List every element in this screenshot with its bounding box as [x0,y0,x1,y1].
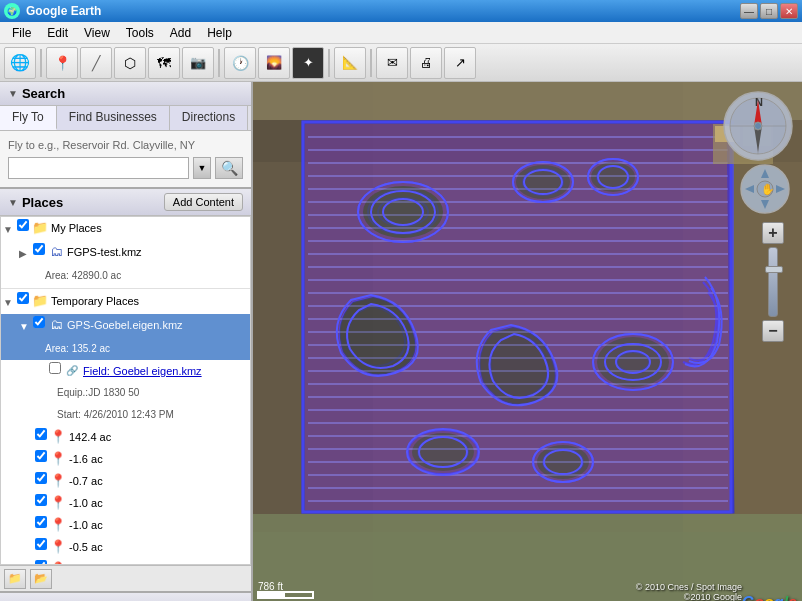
ac-m10-1-checkbox[interactable] [35,494,47,506]
map-area[interactable]: 786 ft N [253,82,802,601]
fgps-label: FGPS-test.kmz [67,243,142,261]
pin-green-icon: 📍 [49,538,67,556]
earth-view-button[interactable]: 🌐 [4,47,36,79]
tree-item-m07ac[interactable]: 📍 -0.7 ac [1,470,250,492]
places-tool-folder[interactable]: 📂 [30,569,52,589]
compass[interactable]: N [722,90,794,162]
temp-places-checkbox[interactable] [17,292,29,304]
search-icon: 🔍 [221,160,238,176]
pin-green-icon: 📍 [49,494,67,512]
field-link-checkbox[interactable] [49,362,61,374]
sky-button[interactable]: ✦ [292,47,324,79]
fly-to-dropdown-btn[interactable]: ▼ [193,157,211,179]
zoom-slider-track[interactable] [768,247,778,317]
zoom-in-button[interactable]: + [762,222,784,244]
svg-rect-106 [258,592,285,598]
layers-section[interactable]: ▶ Layers [0,591,251,601]
zoom-slider-handle[interactable] [765,266,783,273]
pin-red-icon: 📍 [49,428,67,446]
menu-file[interactable]: File [4,24,39,42]
pin-green-icon: 📍 [49,450,67,468]
maximize-button[interactable]: □ [760,3,778,19]
places-tool-new[interactable]: 📁 [4,569,26,589]
tree-item-m01ac[interactable]: 📍 -0.1 ac [1,558,250,565]
pin-green-icon: 📍 [49,472,67,490]
menu-edit[interactable]: Edit [39,24,76,42]
equip-meta: Equip.:JD 1830 50 [1,382,250,404]
ac-m07-checkbox[interactable] [35,472,47,484]
ac-m10-1-label: -1.0 ac [69,494,103,512]
menu-tools[interactable]: Tools [118,24,162,42]
add-polygon-button[interactable]: ⬡ [114,47,146,79]
tree-item-field-link[interactable]: 🔗 Field: Goebel eigen.kmz [1,360,250,382]
add-content-button[interactable]: Add Content [164,193,243,211]
close-button[interactable]: ✕ [780,3,798,19]
start-meta: Start: 4/26/2010 12:43 PM [1,404,250,426]
my-places-label: My Places [51,219,102,237]
tab-directions[interactable]: Directions [170,106,248,130]
fgps-checkbox[interactable] [33,243,45,255]
svg-text:786 ft: 786 ft [258,581,283,592]
search-header[interactable]: ▼ Search [0,82,251,106]
add-path-button[interactable]: ╱ [80,47,112,79]
tree-item-gps-goebel[interactable]: ▼ 🗂 GPS-Goebel.eigen.kmz [1,314,250,338]
menu-bar: File Edit View Tools Add Help [0,22,802,44]
menu-help[interactable]: Help [199,24,240,42]
google-logo: Google [742,594,797,601]
tree-item-fgps[interactable]: ▶ 🗂 FGPS-test.kmz [1,241,250,265]
toolbar-separator-1 [40,49,42,77]
ac-m10-2-checkbox[interactable] [35,516,47,528]
fly-to-input[interactable] [8,157,189,179]
menu-view[interactable]: View [76,24,118,42]
app-icon: 🌍 [4,3,20,19]
add-placemark-button[interactable]: 📍 [46,47,78,79]
atmosphere-button[interactable]: 🌄 [258,47,290,79]
toolbar-separator-3 [328,49,330,77]
title-bar-left: 🌍 Google Earth [4,3,101,19]
print-button[interactable]: 🖨 [410,47,442,79]
ac-142-checkbox[interactable] [35,428,47,440]
tab-fly-to[interactable]: Fly To [0,106,57,130]
folder-icon: 📁 [31,219,49,237]
gps-goebel-checkbox[interactable] [33,316,45,328]
expand-icon: ▼ [3,221,17,239]
map-copyright: © 2010 Cnes / Spot Image ©2010 Google Im… [634,582,742,601]
field-link-label: Field: Goebel eigen.kmz [83,362,202,380]
my-places-checkbox[interactable] [17,219,29,231]
left-panel: ▼ Search Fly To Find Businesses Directio… [0,82,253,601]
expand-icon: ▼ [19,318,33,336]
gps-goebel-label: GPS-Goebel.eigen.kmz [67,316,183,334]
minimize-button[interactable]: — [740,3,758,19]
tree-item-my-places[interactable]: ▼ 📁 My Places [1,217,250,241]
ruler-button[interactable]: 📐 [334,47,366,79]
temp-places-label: Temporary Places [51,292,139,310]
tree-item-m16ac[interactable]: 📍 -1.6 ac [1,448,250,470]
share-button[interactable]: ↗ [444,47,476,79]
zoom-out-button[interactable]: − [762,320,784,342]
fly-to-search-button[interactable]: 🔍 [215,157,243,179]
search-arrow-icon: ▼ [8,88,18,99]
tree-item-142ac[interactable]: 📍 142.4 ac [1,426,250,448]
places-header: ▼ Places Add Content [0,189,251,216]
tree-item-temp-places[interactable]: ▼ 📁 Temporary Places [1,290,250,314]
tree-item-m10ac-2[interactable]: 📍 -1.0 ac [1,514,250,536]
places-section: ▼ Places Add Content ▼ 📁 My Places ▶ [0,189,251,591]
add-photo-button[interactable]: 📷 [182,47,214,79]
add-overlay-button[interactable]: 🗺 [148,47,180,79]
ac-m16-checkbox[interactable] [35,450,47,462]
svg-text:N: N [755,96,763,108]
menu-add[interactable]: Add [162,24,199,42]
email-button[interactable]: ✉ [376,47,408,79]
ac-142-label: 142.4 ac [69,428,111,446]
tree-item-m10ac-1[interactable]: 📍 -1.0 ac [1,492,250,514]
time-button[interactable]: 🕐 [224,47,256,79]
svg-rect-103 [253,82,802,120]
top-toolbar: 🌐 📍 ╱ ⬡ 🗺 📷 🕐 🌄 ✦ 📐 ✉ 🖨 ↗ [0,44,802,82]
tree-item-m05ac[interactable]: 📍 -0.5 ac [1,536,250,558]
fly-to-input-row: ▼ 🔍 [8,157,243,179]
pan-control[interactable]: ✋ [740,164,790,214]
pin-green-icon: 📍 [49,516,67,534]
tab-find-businesses[interactable]: Find Businesses [57,106,170,130]
places-tree[interactable]: ▼ 📁 My Places ▶ 🗂 FGPS-test.kmz Area: 42… [0,216,251,565]
ac-m05-checkbox[interactable] [35,538,47,550]
